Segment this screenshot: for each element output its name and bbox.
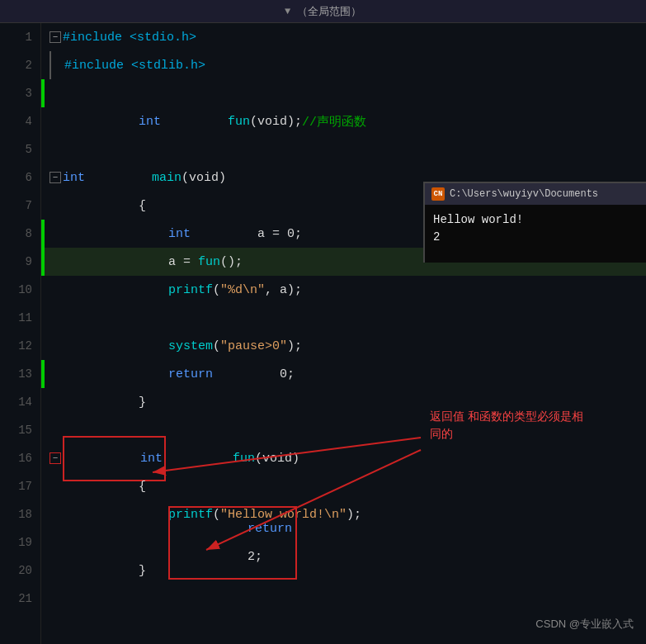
terminal-body: Hellow world! 2 xyxy=(425,205,646,263)
code-line-4: int fun (void); //声明函数 xyxy=(41,107,646,135)
func-call-9: fun xyxy=(198,255,220,269)
string-10: "%d\n" xyxy=(220,283,265,297)
line-num-19: 19 xyxy=(0,528,40,556)
green-bar-9 xyxy=(41,248,45,276)
punc-16: (void) xyxy=(255,452,299,466)
punc-6: (void) xyxy=(182,171,226,185)
code-text-2: #include <stdlib.h> xyxy=(64,59,205,73)
line-num-2: 2 xyxy=(0,51,40,79)
annotation-line1: 返回值 和函数的类型必须是相 xyxy=(430,410,583,423)
line-num-5: 5 xyxy=(0,135,40,163)
keyword-return-13: return xyxy=(168,367,213,381)
scope-label: （全局范围） xyxy=(297,4,361,19)
keyword-int-16: int xyxy=(140,452,163,466)
code-area: 1 2 3 4 5 6 7 8 9 10 11 12 13 14 15 16 1… xyxy=(0,23,646,644)
keyword-return-19: return xyxy=(248,522,292,536)
terminal-title: C:\Users\wuyiyv\Documents xyxy=(450,188,598,200)
keyword-int-8: int xyxy=(168,227,191,241)
code-line-20: } xyxy=(41,556,646,585)
line-num-6: 6 xyxy=(0,163,40,192)
code-text-1: #include <stdio.h> xyxy=(63,31,196,45)
annotation-container: 返回值 和函数的类型必须是相 同的 xyxy=(423,405,646,446)
punc-9: (); xyxy=(220,255,243,269)
comment-4: //声明函数 xyxy=(302,114,366,130)
line-num-10: 10 xyxy=(0,276,40,304)
annotation-line2: 同的 xyxy=(430,427,453,440)
punc-10a: ( xyxy=(213,283,220,297)
line-num-3: 3 xyxy=(0,79,40,107)
val-13: 0; xyxy=(280,367,295,381)
code-line-10: printf ( "%d\n" , a); xyxy=(41,276,646,304)
green-bar-13 xyxy=(41,360,45,388)
code-line-2: #include <stdlib.h> xyxy=(41,51,646,79)
line-num-14: 14 xyxy=(0,388,40,416)
line-num-1: 1 xyxy=(0,23,40,51)
csdn-watermark: CSDN @专业嵌入式 xyxy=(535,617,634,632)
punc-18b: ); xyxy=(347,508,361,522)
func-name-16: fun xyxy=(233,452,255,466)
brace-open-17: { xyxy=(139,480,146,494)
collapse-icon-1[interactable]: − xyxy=(50,31,61,43)
line-num-11: 11 xyxy=(0,304,40,332)
terminal-output-line1: Hellow world! xyxy=(433,211,638,229)
line-num-17: 17 xyxy=(0,472,40,500)
func-printf-10: printf xyxy=(168,283,213,297)
string-12: "pause>0" xyxy=(220,339,287,353)
green-bar-3 xyxy=(41,79,45,107)
terminal-overlay: CN C:\Users\wuyiyv\Documents Hellow worl… xyxy=(423,182,646,263)
brace-close-20: } xyxy=(139,564,146,578)
punc-10b: , a); xyxy=(265,283,302,297)
punc-12a: ( xyxy=(213,339,220,353)
top-bar: ▼ （全局范围） xyxy=(0,0,646,23)
line-num-7: 7 xyxy=(0,192,40,220)
line-num-9: 9 xyxy=(0,248,40,276)
line-num-13: 13 xyxy=(0,360,40,388)
line-num-15: 15 xyxy=(0,416,40,444)
punc-4: (void); xyxy=(250,115,302,129)
collapse-icon-6[interactable]: − xyxy=(50,172,61,183)
code-line-1: − #include <stdio.h> xyxy=(41,23,646,51)
func-name-4: fun xyxy=(228,115,250,129)
green-bar-8 xyxy=(41,220,45,248)
line-num-8: 8 xyxy=(0,220,40,248)
code-text-9: a = xyxy=(168,255,198,269)
var-a-8: a = 0; xyxy=(257,227,302,241)
line-num-12: 12 xyxy=(0,332,40,360)
func-system-12: system xyxy=(168,339,213,353)
terminal-titlebar: CN C:\Users\wuyiyv\Documents xyxy=(425,183,646,205)
line-num-21: 21 xyxy=(0,585,40,613)
brace-open-7: { xyxy=(139,199,146,213)
annotation-text: 返回值 和函数的类型必须是相 同的 xyxy=(423,405,646,446)
line-num-16: 16 xyxy=(0,444,40,472)
line-num-4: 4 xyxy=(0,107,40,135)
code-lines: − #include <stdio.h> #include <stdlib.h>… xyxy=(41,23,646,644)
brace-close-14: } xyxy=(139,395,146,410)
terminal-icon: CN xyxy=(431,187,445,201)
punc-12b: ); xyxy=(287,339,302,353)
line-num-18: 18 xyxy=(0,500,40,528)
dropdown-arrow-icon: ▼ xyxy=(285,6,290,17)
editor-container: ▼ （全局范围） 1 2 3 4 5 6 7 8 9 10 11 12 13 1… xyxy=(0,0,646,644)
func-name-6: main xyxy=(152,171,182,185)
keyword-int-6: int xyxy=(63,171,85,185)
line-numbers: 1 2 3 4 5 6 7 8 9 10 11 12 13 14 15 16 1… xyxy=(0,23,41,644)
code-line-21 xyxy=(41,585,646,613)
collapse-icon-16[interactable]: − xyxy=(50,452,61,464)
line-num-20: 20 xyxy=(0,556,40,585)
terminal-output-line2: 2 xyxy=(433,229,638,246)
keyword-int-4: int xyxy=(139,115,161,129)
